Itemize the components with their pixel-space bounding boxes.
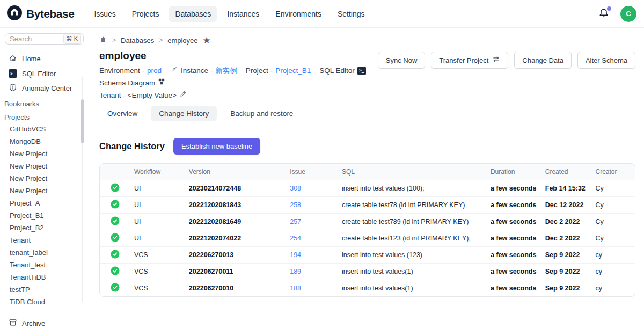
sidebar-project-item[interactable]: TiDB Cloud <box>0 296 89 308</box>
cell-workflow: UI <box>130 180 185 197</box>
cell-sql: create table test123 (id int PRIMARY KEY… <box>338 230 486 247</box>
cell-version: 20221202081649 <box>185 214 286 230</box>
search-box[interactable]: ⌘ K <box>5 33 84 45</box>
issue-link[interactable]: 194 <box>290 251 301 259</box>
project-link[interactable]: Project_B1 <box>275 64 311 77</box>
nav-item-environments[interactable]: Environments <box>269 6 327 22</box>
cell-creator: Cy <box>591 197 635 214</box>
cell-duration: a few seconds <box>486 197 541 214</box>
cell-workflow: UI <box>130 230 185 247</box>
breadcrumb-home-icon[interactable] <box>99 35 107 45</box>
transfer-arrows-icon <box>492 55 500 65</box>
table-row[interactable]: VCS 202206270013 194 insert into test va… <box>100 247 635 264</box>
cell-version: 20221202081843 <box>185 197 286 214</box>
alter-schema-button[interactable]: Alter Schema <box>577 52 635 69</box>
table-row[interactable]: UI 20221202074022 254 create table test1… <box>100 230 635 247</box>
cell-creator: cy <box>591 264 635 280</box>
cell-sql: insert into test values(1) <box>338 280 486 297</box>
sql-editor-shortcut[interactable]: SQL Editor >_ <box>319 64 366 77</box>
nav-item-issues[interactable]: Issues <box>88 6 121 22</box>
tab-change-history[interactable]: Change History <box>151 106 217 121</box>
change-data-button[interactable]: Change Data <box>514 52 572 69</box>
sidebar-project-item[interactable]: Project_A <box>0 197 89 209</box>
cell-created: Dec 12 2022 <box>541 197 591 214</box>
success-check-icon <box>111 250 120 259</box>
tab-overview[interactable]: Overview <box>99 106 145 121</box>
bookmarks-section-label: Bookmarks <box>0 96 89 109</box>
sidebar: ⌘ K Home >_ SQL Editor Anomaly Center <box>0 28 89 329</box>
cell-version: 202206270013 <box>185 247 286 264</box>
change-history-header: Change History Establish new baseline <box>99 138 635 155</box>
establish-baseline-button[interactable]: Establish new baseline <box>173 138 260 155</box>
sidebar-project-item[interactable]: New Project <box>0 160 89 172</box>
sidebar-project-item[interactable]: MongoDB <box>0 135 89 148</box>
cell-workflow: VCS <box>130 280 185 297</box>
change-history-table: Workflow Version Issue SQL Duration Crea… <box>99 163 635 297</box>
issue-link[interactable]: 188 <box>290 284 301 292</box>
sidebar-project-item[interactable]: New Project <box>0 172 89 185</box>
sidebar-project-item[interactable]: New Project <box>0 185 89 197</box>
instance-link[interactable]: 新实例 <box>215 64 237 77</box>
issue-link[interactable]: 189 <box>290 268 301 275</box>
col-duration: Duration <box>486 164 541 180</box>
page-header: employee Environment - prod Instance - <box>99 45 635 101</box>
search-shortcut-badge: ⌘ K <box>63 34 81 44</box>
breadcrumb-employee[interactable]: employee <box>167 36 197 45</box>
sidebar-project-item[interactable]: New Project <box>0 148 89 160</box>
col-status <box>100 164 130 180</box>
sidebar-item-home[interactable]: Home <box>0 51 89 67</box>
sidebar-project-item[interactable]: testTP <box>0 283 89 296</box>
sidebar-project-item[interactable]: Tenant <box>0 234 89 246</box>
cell-duration: a few seconds <box>486 180 541 197</box>
table-row[interactable]: VCS 202206270011 189 insert into test va… <box>100 264 635 280</box>
breadcrumb-databases[interactable]: Databases <box>121 36 154 45</box>
table-row[interactable]: UI 20230214072448 308 insert into test v… <box>100 180 635 197</box>
sidebar-item-anomaly-center[interactable]: Anomaly Center <box>0 81 89 96</box>
issue-link[interactable]: 308 <box>290 185 301 192</box>
sidebar-project-item[interactable]: GitHubVCS <box>0 123 89 135</box>
cell-version: 20230214072448 <box>185 180 286 197</box>
shield-icon <box>9 83 17 93</box>
sync-now-button[interactable]: Sync Now <box>378 52 426 69</box>
environment-link[interactable]: prod <box>147 64 162 77</box>
search-input[interactable] <box>10 35 56 43</box>
sidebar-item-label: SQL Editor <box>22 70 56 78</box>
environment-label: Environment - <box>99 64 144 77</box>
transfer-project-button[interactable]: Transfer Project <box>431 52 508 69</box>
nav-item-projects[interactable]: Projects <box>126 6 165 22</box>
schema-diagram-shortcut[interactable]: Schema Diagram <box>99 77 165 89</box>
issue-link[interactable]: 254 <box>290 235 301 242</box>
nav-item-instances[interactable]: Instances <box>221 6 265 22</box>
sidebar-project-item[interactable]: Project_B1 <box>0 209 89 222</box>
sidebar-item-archive[interactable]: Archive <box>0 316 89 329</box>
cell-sql: insert into test values (100); <box>338 180 486 197</box>
col-sql: SQL <box>338 164 486 180</box>
sidebar-item-label: Archive <box>22 319 45 327</box>
favorite-star-icon[interactable]: ★ <box>203 36 211 45</box>
cell-duration: a few seconds <box>486 230 541 247</box>
cell-workflow: VCS <box>130 247 185 264</box>
table-row[interactable]: UI 20221202081843 258 create table test7… <box>100 197 635 214</box>
sidebar-project-item[interactable]: Tenant_test <box>0 259 89 271</box>
user-avatar[interactable]: C <box>620 6 636 22</box>
tab-backup-and-restore[interactable]: Backup and restore <box>222 106 301 121</box>
cell-workflow: VCS <box>130 264 185 280</box>
sidebar-item-sql-editor[interactable]: >_ SQL Editor <box>0 67 89 81</box>
table-row[interactable]: UI 20221202081649 257 create table test7… <box>100 214 635 230</box>
notification-bell-icon[interactable] <box>598 8 611 20</box>
sidebar-project-item[interactable]: Project_B2 <box>0 222 89 234</box>
cell-creator: cy <box>591 247 635 264</box>
tenant-label: Tenant - <Empty Value> <box>99 89 177 101</box>
issue-link[interactable]: 257 <box>290 218 301 225</box>
success-check-icon <box>111 183 120 192</box>
bytebase-logo[interactable]: Bytebase <box>6 5 74 23</box>
cell-created: Dec 2 2022 <box>541 230 591 247</box>
sidebar-project-item[interactable]: tenant_label <box>0 246 89 259</box>
nav-item-settings[interactable]: Settings <box>332 6 371 22</box>
sidebar-scrollbar-thumb[interactable] <box>81 99 84 143</box>
issue-link[interactable]: 258 <box>290 201 301 209</box>
nav-item-databases[interactable]: Databases <box>169 6 217 22</box>
table-row[interactable]: VCS 202206270010 188 insert into test va… <box>100 280 635 297</box>
sidebar-project-item[interactable]: TenantTiDB <box>0 271 89 283</box>
edit-pencil-icon[interactable] <box>179 89 187 101</box>
